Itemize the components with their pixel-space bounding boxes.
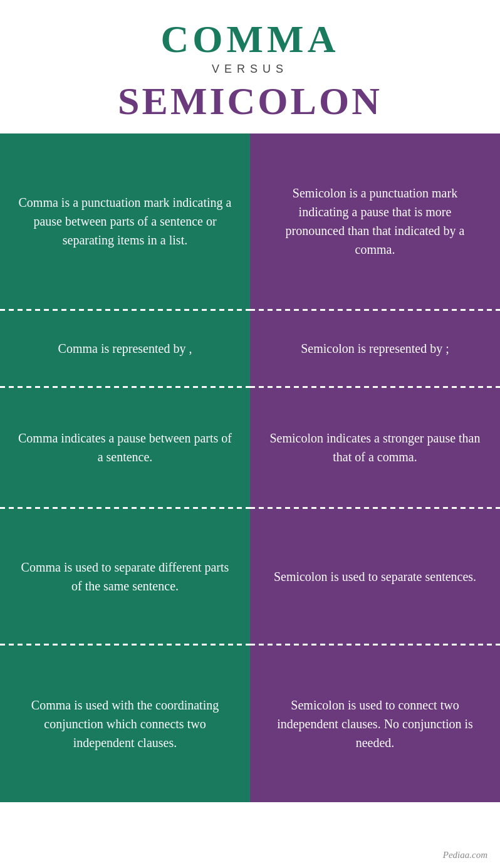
- title-semicolon: SEMICOLON: [13, 80, 487, 122]
- row2-comma-cell: Comma is represented by ,: [0, 311, 250, 386]
- row5-comma-cell: Comma is used with the coordinating conj…: [0, 646, 250, 802]
- header: COMMA VERSUS SEMICOLON: [0, 0, 500, 133]
- comparison-grid: Comma is a punctuation mark indicating a…: [0, 133, 500, 844]
- title-comma: COMMA: [13, 18, 487, 60]
- row-3: Comma indicates a pause between parts of…: [0, 388, 500, 507]
- row-2: Comma is represented by , Semicolon is r…: [0, 311, 500, 386]
- row-5: Comma is used with the coordinating conj…: [0, 646, 500, 802]
- row2-semicolon-cell: Semicolon is represented by ;: [250, 311, 500, 386]
- row5-semicolon-cell: Semicolon is used to connect two indepen…: [250, 646, 500, 802]
- row1-comma-cell: Comma is a punctuation mark indicating a…: [0, 133, 250, 309]
- row4-semicolon-cell: Semicolon is used to separate sentences.: [250, 509, 500, 644]
- footer-credit: Pediaa.com: [443, 850, 487, 860]
- footer: Pediaa.com: [0, 844, 500, 868]
- row4-comma-cell: Comma is used to separate different part…: [0, 509, 250, 644]
- versus-label: VERSUS: [13, 63, 487, 76]
- row3-semicolon-cell: Semicolon indicates a stronger pause tha…: [250, 388, 500, 507]
- row1-semicolon-cell: Semicolon is a punctuation mark indicati…: [250, 133, 500, 309]
- row-4: Comma is used to separate different part…: [0, 509, 500, 644]
- row3-comma-cell: Comma indicates a pause between parts of…: [0, 388, 250, 507]
- row-1: Comma is a punctuation mark indicating a…: [0, 133, 500, 309]
